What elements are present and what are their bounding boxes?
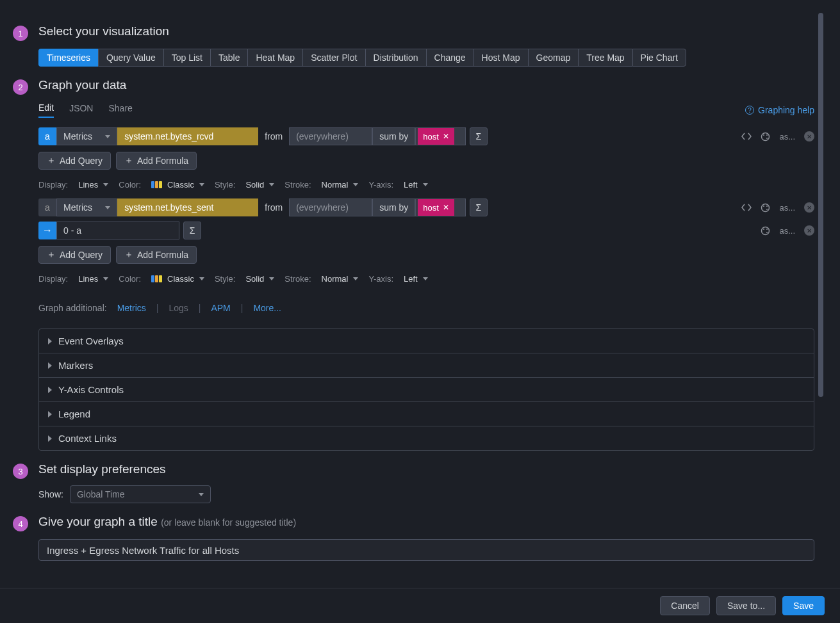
add-formula-button[interactable]: ＋Add Formula	[116, 152, 197, 170]
chevron-right-icon	[48, 387, 52, 393]
viz-table[interactable]: Table	[210, 49, 247, 67]
formula-arrow-icon: →	[38, 222, 56, 239]
tag-remove-icon[interactable]: ✕	[443, 203, 449, 212]
tab-edit[interactable]: Edit	[38, 102, 54, 118]
stroke-select[interactable]: Normal	[322, 274, 359, 284]
query-letter-a-dim[interactable]: a	[38, 198, 56, 216]
acc-legend[interactable]: Legend	[39, 402, 814, 426]
query-source-select[interactable]: Metrics	[56, 198, 117, 216]
query-scope-input[interactable]: (everywhere)	[289, 198, 372, 216]
color-select[interactable]: Classic	[151, 180, 204, 190]
alias-button[interactable]: as...	[779, 226, 795, 236]
code-icon[interactable]	[741, 132, 752, 141]
save-to-button[interactable]: Save to...	[716, 596, 776, 615]
query-scope-input[interactable]: (everywhere)	[289, 127, 372, 145]
tab-json[interactable]: JSON	[69, 103, 93, 117]
formula-input[interactable]: 0 - a	[56, 222, 179, 239]
viz-top-list[interactable]: Top List	[163, 49, 210, 67]
graphing-help-link[interactable]: ? Graphing help	[745, 105, 814, 115]
sumby-tags[interactable]: host ✕	[415, 127, 466, 145]
ga-metrics[interactable]: Metrics	[117, 303, 146, 313]
graph-title-input[interactable]	[38, 539, 814, 561]
display-select[interactable]: Lines	[78, 274, 108, 284]
ga-apm[interactable]: APM	[211, 303, 230, 313]
remove-query-icon[interactable]: ✕	[804, 131, 814, 142]
alias-button[interactable]: as...	[779, 132, 795, 142]
svg-point-1	[763, 134, 764, 136]
palette-icon[interactable]	[761, 132, 770, 142]
style-select[interactable]: Solid	[245, 274, 274, 284]
acc-event-overlays[interactable]: Event Overlays	[39, 329, 814, 353]
query-metric-input[interactable]: system.net.bytes_rcvd	[117, 127, 258, 145]
stroke-label: Stroke:	[284, 180, 311, 190]
display-label: Display:	[38, 180, 68, 190]
scroll-thumb[interactable]	[818, 13, 823, 397]
caret-icon	[423, 183, 428, 186]
step-2-title: Graph your data	[38, 78, 814, 92]
query-row-2: a Metrics system.net.bytes_sent from (ev…	[38, 198, 814, 216]
tag-remove-icon[interactable]: ✕	[443, 132, 449, 141]
viz-distribution[interactable]: Distribution	[365, 49, 426, 67]
yaxis-select[interactable]: Left	[404, 180, 428, 190]
alias-button[interactable]: as...	[779, 203, 795, 213]
caret-icon	[103, 183, 108, 186]
sumby-label: sum by	[372, 198, 415, 216]
viz-tree-map[interactable]: Tree Map	[578, 49, 632, 67]
acc-markers[interactable]: Markers	[39, 353, 814, 378]
color-label: Color:	[119, 274, 141, 284]
viz-heat-map[interactable]: Heat Map	[247, 49, 302, 67]
acc-context-links[interactable]: Context Links	[39, 426, 814, 450]
viz-pie-chart[interactable]: Pie Chart	[632, 49, 686, 67]
stroke-select[interactable]: Normal	[322, 180, 359, 190]
ga-more[interactable]: More...	[253, 303, 281, 313]
show-select[interactable]: Global Time	[70, 485, 211, 503]
tab-share[interactable]: Share	[108, 103, 132, 117]
caret-icon	[199, 277, 204, 280]
viz-change[interactable]: Change	[426, 49, 474, 67]
svg-point-2	[766, 134, 768, 136]
color-swatch-icon	[151, 275, 162, 282]
add-formula-button[interactable]: ＋Add Formula	[116, 246, 197, 264]
viz-timeseries[interactable]: Timeseries	[38, 49, 98, 67]
display-label: Display:	[38, 274, 68, 284]
palette-icon[interactable]	[761, 226, 770, 236]
aggregation-button[interactable]: Σ	[470, 127, 488, 145]
footer: Cancel Save to... Save	[0, 588, 840, 623]
query-metric-input[interactable]: system.net.bytes_sent	[117, 198, 258, 216]
tag-host: host ✕	[418, 199, 454, 216]
step-2-badge: 2	[13, 79, 28, 95]
caret-icon	[199, 493, 204, 496]
remove-query-icon[interactable]: ✕	[804, 202, 814, 213]
aggregation-button[interactable]: Σ	[470, 198, 488, 216]
graph-additional-row: Graph additional: Metrics | Logs | APM |…	[38, 303, 814, 313]
chevron-right-icon	[48, 435, 52, 442]
color-select[interactable]: Classic	[151, 274, 204, 284]
display-select[interactable]: Lines	[78, 180, 108, 190]
palette-icon[interactable]	[761, 203, 770, 213]
svg-point-4	[762, 204, 770, 211]
svg-point-3	[766, 138, 768, 139]
acc-yaxis-controls[interactable]: Y-Axis Controls	[39, 378, 814, 402]
query-letter-a[interactable]: a	[38, 127, 56, 145]
query-source-select[interactable]: Metrics	[56, 127, 117, 145]
step-1-title: Select your visualization	[38, 24, 814, 38]
sumby-tags[interactable]: host ✕	[415, 198, 466, 216]
cancel-button[interactable]: Cancel	[660, 596, 710, 615]
add-query-button[interactable]: ＋Add Query	[38, 152, 111, 170]
caret-icon	[423, 277, 428, 280]
viz-geomap[interactable]: Geomap	[528, 49, 579, 67]
code-icon[interactable]	[741, 203, 752, 212]
graph-additional-label: Graph additional:	[38, 303, 107, 313]
yaxis-select[interactable]: Left	[404, 274, 428, 284]
viz-query-value[interactable]: Query Value	[98, 49, 163, 67]
save-button[interactable]: Save	[782, 596, 825, 615]
style-select[interactable]: Solid	[245, 180, 274, 190]
aggregation-button[interactable]: Σ	[183, 222, 201, 239]
remove-formula-icon[interactable]: ✕	[804, 225, 814, 236]
help-icon: ?	[745, 106, 754, 115]
viz-scatter[interactable]: Scatter Plot	[302, 49, 365, 67]
scrollbar[interactable]	[818, 0, 823, 576]
viz-host-map[interactable]: Host Map	[474, 49, 528, 67]
caret-icon	[199, 183, 204, 186]
add-query-button[interactable]: ＋Add Query	[38, 246, 111, 264]
